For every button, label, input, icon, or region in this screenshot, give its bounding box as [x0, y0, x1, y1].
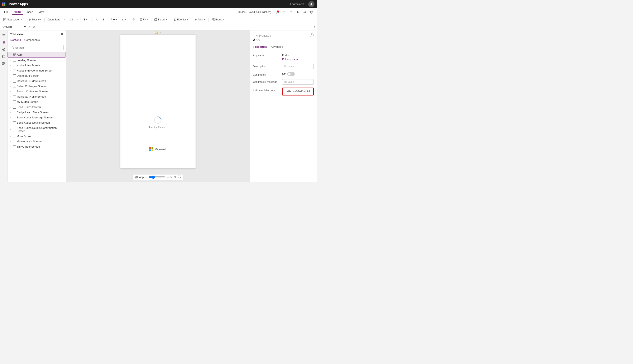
- redo-icon[interactable]: [288, 9, 294, 15]
- canvas-bottom-bar: App − + 50 %: [132, 174, 183, 180]
- menu-file[interactable]: File: [2, 10, 11, 14]
- underline-button[interactable]: U: [95, 18, 100, 22]
- expand-canvas-button[interactable]: [178, 175, 181, 179]
- svg-marker-1: [297, 11, 299, 13]
- components-tab[interactable]: Components: [24, 37, 40, 43]
- waffle-icon[interactable]: [2, 2, 6, 6]
- confirm-exit-toggle[interactable]: [287, 72, 295, 76]
- screen-icon: [13, 64, 16, 67]
- list-item[interactable]: › Kudos Intro Screen: [8, 63, 66, 68]
- zoom-in-button[interactable]: +: [167, 176, 169, 179]
- reorder-button[interactable]: Reorder ▾: [172, 18, 189, 22]
- theme-button[interactable]: Theme ▾: [27, 18, 43, 22]
- rp-title: App: [250, 38, 316, 44]
- list-item[interactable]: › My Kudos Screen: [8, 99, 66, 104]
- zoom-out-button[interactable]: −: [145, 176, 147, 179]
- list-item[interactable]: › Search Colleague Screen: [8, 89, 66, 94]
- warning-icon[interactable]: ⚠: [155, 30, 158, 34]
- description-input[interactable]: [282, 64, 314, 69]
- search-input[interactable]: [15, 46, 62, 49]
- screen-icon: [13, 111, 16, 114]
- person-icon[interactable]: [302, 9, 308, 15]
- group-button[interactable]: Group ▾: [210, 18, 225, 22]
- tree-panel-close-button[interactable]: ✕: [61, 32, 63, 36]
- list-item[interactable]: › Dashboard Screen: [8, 73, 66, 78]
- align-text-button[interactable]: ▾: [120, 18, 128, 22]
- list-item[interactable]: › Send Kudos Details Screen: [8, 120, 66, 125]
- border-button[interactable]: Border ▾: [153, 18, 169, 22]
- layers-icon[interactable]: [1, 39, 7, 46]
- rp-header-row: APP OBJECT ?: [250, 30, 316, 38]
- list-item[interactable]: › Badge Learn More Screen: [8, 110, 66, 115]
- screen-label: More Screen: [17, 135, 63, 138]
- fill-button[interactable]: Fill ▾: [138, 18, 149, 22]
- bold-button[interactable]: B▾: [82, 18, 89, 22]
- instrumentation-key-value: [282, 88, 314, 96]
- screen-icon: [13, 145, 16, 148]
- list-item[interactable]: › Select Colleague Screen: [8, 84, 66, 89]
- list-item[interactable]: › Maintenance Screen: [8, 139, 66, 144]
- user-avatar[interactable]: [308, 1, 314, 7]
- property-select[interactable]: OnStart: [2, 25, 27, 28]
- formula-input[interactable]: [37, 25, 312, 28]
- list-item[interactable]: › Send Kudos Message Screen: [8, 115, 66, 120]
- list-item[interactable]: › Kudos Intro Continued Screen: [8, 68, 66, 73]
- confirm-exit-message-input[interactable]: [282, 79, 314, 85]
- loading-spinner-area: Loading Kudos...: [149, 116, 167, 128]
- svg-rect-25: [212, 20, 213, 21]
- ms-squares: [149, 147, 153, 151]
- tree-list: App ··· › Loading Screen › Kudos Intro S…: [8, 52, 66, 182]
- hamburger-icon[interactable]: [1, 32, 7, 38]
- search-icon: [12, 46, 14, 49]
- align-button[interactable]: Align ▾: [193, 18, 207, 22]
- edit-app-name-link[interactable]: Edit app name: [282, 58, 298, 61]
- new-screen-button[interactable]: New screen ▾: [2, 18, 23, 22]
- rp-help-icon[interactable]: ?: [310, 33, 314, 37]
- list-item[interactable]: › Send Kudos Details Confirmation Screen: [8, 125, 66, 134]
- play-icon[interactable]: [295, 9, 301, 15]
- screen-icon: [13, 128, 16, 131]
- advanced-tab[interactable]: Advanced: [270, 44, 283, 50]
- menu-view[interactable]: View: [37, 10, 47, 14]
- menu-home[interactable]: Home: [12, 10, 23, 14]
- italic-button[interactable]: /: [90, 18, 94, 22]
- screen-icon: [13, 95, 16, 98]
- menu-insert[interactable]: Insert: [25, 10, 36, 14]
- canvas-frame[interactable]: Loading Kudos... Microsoft: [120, 34, 196, 168]
- database-icon[interactable]: [1, 53, 7, 60]
- properties-tab[interactable]: Properties: [253, 44, 267, 50]
- right-panel: APP OBJECT ? App Properties Advanced App…: [250, 30, 316, 182]
- font-size-select[interactable]: 13▾: [69, 17, 79, 22]
- list-item[interactable]: › Individual Profile Screen: [8, 94, 66, 99]
- font-family-select[interactable]: Open Sans▾: [46, 17, 67, 22]
- search-box: [10, 45, 64, 50]
- strikethrough-button[interactable]: S: [101, 18, 106, 22]
- undo-icon[interactable]: [281, 9, 287, 15]
- title-chevron[interactable]: ▾: [31, 3, 32, 6]
- app-item[interactable]: App ···: [8, 52, 66, 58]
- add-icon[interactable]: [1, 46, 7, 52]
- paint-icon[interactable]: [131, 18, 137, 22]
- instrumentation-key-label: Instrumentation key: [253, 88, 280, 92]
- left-sidebar-icons: [0, 30, 8, 182]
- canvas-area: ⚠ ▾ Loading Kudos...: [66, 30, 250, 182]
- list-item[interactable]: › Send Kudos Screen: [8, 104, 66, 110]
- help-icon[interactable]: [309, 9, 314, 15]
- instrumentation-key-input[interactable]: [284, 89, 311, 94]
- components-icon[interactable]: [1, 60, 7, 67]
- warning-chevron[interactable]: ▾: [159, 31, 161, 34]
- list-item[interactable]: › More Screen: [8, 134, 66, 139]
- menu-bar: File Home Insert View Kudos - Saved (Unp…: [0, 8, 316, 16]
- comment-icon[interactable]: 1: [274, 9, 280, 15]
- ms-logo-text: Microsoft: [155, 148, 167, 151]
- zoom-slider[interactable]: [149, 176, 165, 179]
- font-color-button[interactable]: A ▾: [109, 18, 119, 22]
- list-item[interactable]: › Thrive Help Screen: [8, 144, 66, 149]
- rp-section-label: APP OBJECT: [253, 32, 274, 38]
- screen-label: Maintenance Screen: [17, 140, 63, 143]
- screens-tab[interactable]: Screens: [10, 37, 22, 43]
- list-item[interactable]: › Individual Kudos Screen: [8, 78, 66, 84]
- list-item[interactable]: › Loading Screen: [8, 58, 66, 63]
- svg-rect-24: [213, 18, 214, 20]
- expand-formula-button[interactable]: ▾: [314, 26, 315, 28]
